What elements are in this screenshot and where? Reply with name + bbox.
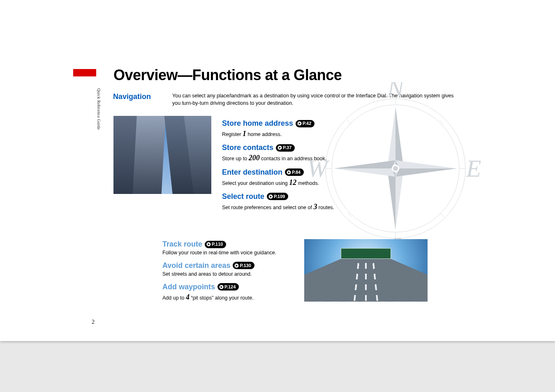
page-ref-label: P.130 <box>240 263 251 268</box>
svg-marker-17 <box>395 160 457 168</box>
page-ref-label: P.37 <box>283 145 291 150</box>
page-ref-label: P.110 <box>212 242 223 247</box>
svg-marker-16 <box>395 168 457 177</box>
feature-enter-destination: Enter destination P.84 Select your desti… <box>222 168 395 187</box>
feature-heading: Track route <box>162 240 202 249</box>
page-ref-label: P.42 <box>303 121 311 126</box>
page-number: 2 <box>92 319 95 325</box>
feature-add-waypoints: Add waypoints P.124 Add up to 4 “pit sto… <box>162 283 302 302</box>
manual-page: Quick Reference Guide Overview—Functions… <box>0 0 555 341</box>
svg-line-7 <box>439 212 444 217</box>
feature-list-bottom: Track route P.110 Follow your route in r… <box>162 240 302 307</box>
feature-description: Set streets and areas to detour around. <box>162 271 302 278</box>
feature-description: Store up to 200 contacts in an address b… <box>222 153 395 163</box>
feature-description: Register 1 home address. <box>222 129 395 138</box>
feature-description: Set route preferences and select one of … <box>222 202 395 212</box>
feature-store-contacts: Store contacts P.37 Store up to 200 cont… <box>222 143 395 163</box>
svg-marker-10 <box>395 107 404 168</box>
svg-line-8 <box>439 120 444 125</box>
section-heading-navigation: Navigation <box>113 92 151 101</box>
compass-e: E <box>466 155 481 182</box>
section-color-tab <box>73 69 96 76</box>
page-reference-link[interactable]: P.124 <box>217 283 239 291</box>
feature-description: Follow your route in real-time with voic… <box>162 249 302 256</box>
feature-list-top: Store home address P.42 Register 1 home … <box>222 119 395 217</box>
feature-heading: Avoid certain areas <box>162 261 230 270</box>
page-ref-label: P.109 <box>274 194 285 199</box>
viewer-background <box>0 341 555 392</box>
page-reference-link[interactable]: P.130 <box>233 262 254 269</box>
feature-heading: Select route <box>222 192 264 201</box>
feature-select-route: Select route P.109 Set route preferences… <box>222 192 395 212</box>
page-ref-label: P.84 <box>292 170 301 175</box>
feature-heading: Store contacts <box>222 143 273 152</box>
feature-description: Add up to 4 “pit stops” along your route… <box>162 292 302 302</box>
page-reference-link[interactable]: P.37 <box>276 144 295 152</box>
feature-heading: Add waypoints <box>162 283 215 291</box>
feature-heading: Store home address <box>222 119 293 128</box>
page-reference-link[interactable]: P.84 <box>285 168 304 176</box>
page-reference-link[interactable]: P.109 <box>267 193 288 200</box>
feature-track-route: Track route P.110 Follow your route in r… <box>162 240 302 256</box>
page-ref-label: P.124 <box>224 285 236 289</box>
feature-avoid-areas: Avoid certain areas P.130 Set streets an… <box>162 261 302 278</box>
feature-store-home-address: Store home address P.42 Register 1 home … <box>222 119 395 138</box>
sidebar-vertical-label: Quick Reference Guide <box>97 88 101 130</box>
page-title: Overview—Functions at a Glance <box>113 67 342 84</box>
illustration-highway <box>304 239 428 302</box>
illustration-city-buildings <box>113 116 211 194</box>
feature-heading: Enter destination <box>222 168 282 177</box>
page-reference-link[interactable]: P.110 <box>205 241 226 248</box>
section-intro-text: You can select any place/landmark as a d… <box>172 92 459 107</box>
page-reference-link[interactable]: P.42 <box>296 120 314 127</box>
svg-marker-13 <box>395 168 404 230</box>
feature-description: Select your destination using 12 methods… <box>222 178 395 187</box>
